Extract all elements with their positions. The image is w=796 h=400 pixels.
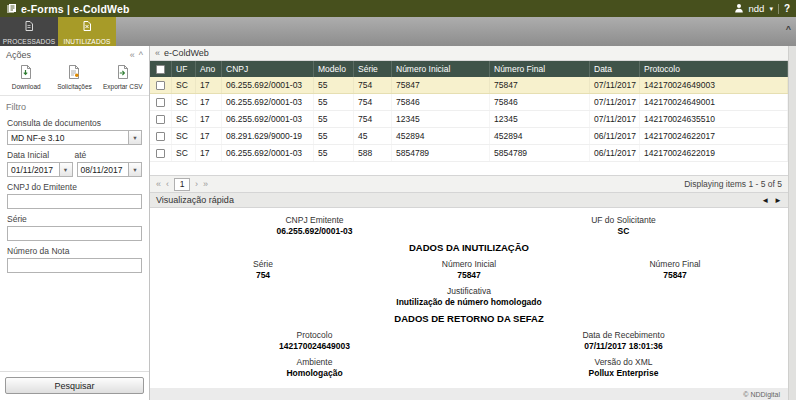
table-row[interactable]: SC 17 06.255.692/0001-03 55 754 75847 75… (150, 77, 788, 94)
data-inicial-picker[interactable]: 01/11/2017 ▼ (7, 162, 73, 177)
dropdown-arrow-icon[interactable]: ▼ (128, 163, 141, 176)
cell-serie: 754 (354, 77, 392, 93)
row-checkbox[interactable] (156, 132, 165, 141)
uf-solicitante-label: UF do Solicitante (469, 215, 778, 225)
col-modelo[interactable]: Modelo (314, 61, 354, 77)
cell-ano: 17 (196, 94, 222, 110)
pagination-status: Displaying items 1 - 5 of 5 (684, 179, 782, 189)
row-checkbox[interactable] (156, 98, 165, 107)
cell-numero-inicial: 5854789 (392, 145, 490, 161)
cell-modelo: 55 (314, 94, 354, 110)
table-row[interactable]: SC 17 06.255.692/0001-03 55 588 5854789 … (150, 145, 788, 162)
versao-xml-value: Pollux Enterprise (469, 368, 778, 378)
prev-record-icon[interactable]: ◄ (761, 196, 769, 205)
cell-numero-inicial: 12345 (392, 111, 490, 127)
cell-serie: 754 (354, 111, 392, 127)
next-record-icon[interactable]: ► (774, 196, 782, 205)
action-label: Solicitações (57, 83, 92, 90)
cell-serie: 588 (354, 145, 392, 161)
cnpj-emitente-input[interactable] (7, 194, 142, 209)
prev-page-icon[interactable]: ‹ (166, 179, 169, 189)
collapse-up-icon[interactable]: ^ (786, 24, 791, 34)
col-uf[interactable]: UF (172, 61, 196, 77)
table-row[interactable]: SC 17 08.291.629/9000-19 55 45 452894 45… (150, 128, 788, 145)
cell-numero-final: 75846 (490, 94, 590, 110)
row-checkbox[interactable] (156, 115, 165, 124)
current-page-input[interactable]: 1 (174, 178, 190, 191)
col-serie[interactable]: Série (354, 61, 392, 77)
tab-inutilizados[interactable]: INUTILIZADOS (58, 17, 116, 46)
cnpj-emitente-label: CNPJ Emitente (160, 215, 469, 225)
protocolo-value: 142170024649003 (160, 341, 469, 351)
numero-nota-label: Número da Nota (7, 246, 142, 256)
panel-title: e-ColdWeb (164, 48, 209, 58)
search-footer: Pesquisar (0, 371, 149, 400)
numero-field: Número da Nota (0, 243, 149, 275)
download-icon (18, 64, 34, 81)
col-cnpj[interactable]: CNPJ (222, 61, 314, 77)
table-row[interactable]: SC 17 06.255.692/0001-03 55 754 75846 75… (150, 94, 788, 111)
cell-numero-inicial: 75846 (392, 94, 490, 110)
help-icon[interactable]: ? (784, 3, 790, 14)
col-data[interactable]: Data (590, 61, 640, 77)
cell-numero-final: 75847 (490, 77, 590, 93)
consulta-value: MD NF-e 3.10 (8, 133, 128, 143)
action-label: Exportar CSV (103, 83, 143, 90)
pesquisar-button[interactable]: Pesquisar (5, 377, 144, 394)
cell-modelo: 55 (314, 77, 354, 93)
consulta-select[interactable]: MD NF-e 3.10 ▼ (7, 130, 142, 145)
collapse-up-small-icon[interactable]: ^ (139, 50, 143, 60)
cell-numero-final: 452894 (490, 128, 590, 144)
cell-numero-inicial: 75847 (392, 77, 490, 93)
quickview-header: Visualização rápida ◄ ► (150, 193, 788, 208)
last-page-icon[interactable]: » (203, 179, 208, 189)
cell-uf: SC (172, 94, 196, 110)
serie-input[interactable] (7, 226, 142, 241)
select-all-checkbox[interactable] (156, 65, 165, 74)
solicitacoes-button[interactable]: Solicitações (50, 64, 98, 90)
ambiente-label: Ambiente (160, 357, 469, 367)
tab-strip: PROCESSADOS INUTILIZADOS ^ (0, 17, 796, 46)
ambiente-value: Homologação (160, 368, 469, 378)
download-button[interactable]: Download (2, 64, 50, 90)
exportar-csv-button[interactable]: Exportar CSV (99, 64, 147, 90)
filter-title: Filtro (6, 102, 26, 112)
cell-serie: 754 (354, 94, 392, 110)
cell-modelo: 55 (314, 128, 354, 144)
cnpj-label: CNPJ do Emitente (7, 182, 142, 192)
numero-final-label: Número Final (572, 259, 778, 269)
actions-toolbar: Download Solicitações Exportar CSV (0, 62, 149, 96)
protocolo-label: Protocolo (160, 330, 469, 340)
table-row[interactable]: SC 17 06.255.692/0001-03 55 754 12345 12… (150, 111, 788, 128)
numero-inicial-value: 75847 (366, 270, 572, 280)
col-protocolo[interactable]: Protocolo (640, 61, 788, 77)
dropdown-arrow-icon[interactable]: ▼ (59, 163, 72, 176)
row-checkbox[interactable] (156, 149, 165, 158)
user-menu[interactable]: ndd (749, 3, 765, 14)
panel-header: « e-ColdWeb (150, 46, 788, 61)
cell-protocolo: 142170024622017 (640, 128, 788, 144)
row-checkbox[interactable] (156, 81, 165, 90)
cell-protocolo: 142170024635510 (640, 111, 788, 127)
user-icon[interactable] (734, 3, 744, 15)
solicitacoes-icon (66, 64, 82, 81)
next-page-icon[interactable]: › (195, 179, 198, 189)
section-dados-inutilizacao: DADOS DA INUTILIZAÇÃO (160, 242, 778, 253)
col-numero-final[interactable]: Número Final (490, 61, 590, 77)
numero-nota-input[interactable] (7, 258, 142, 273)
first-page-icon[interactable]: « (156, 179, 161, 189)
tab-processados[interactable]: PROCESSADOS (0, 17, 58, 46)
cell-uf: SC (172, 145, 196, 161)
cell-cnpj: 06.255.692/0001-03 (222, 145, 314, 161)
caret-down-icon[interactable]: ▾ (769, 5, 773, 12)
cell-protocolo: 142170024649001 (640, 94, 788, 110)
data-final-picker[interactable]: 08/11/2017 ▼ (77, 162, 143, 177)
processados-icon (23, 18, 35, 36)
col-ano[interactable]: Ano (196, 61, 222, 77)
collapse-left-icon[interactable]: « (155, 48, 160, 58)
cell-serie: 45 (354, 128, 392, 144)
numero-final-value: 75847 (572, 270, 778, 280)
col-numero-inicial[interactable]: Número Inicial (392, 61, 490, 77)
collapse-left-icon[interactable]: « (130, 50, 135, 60)
dropdown-arrow-icon[interactable]: ▼ (128, 131, 141, 144)
